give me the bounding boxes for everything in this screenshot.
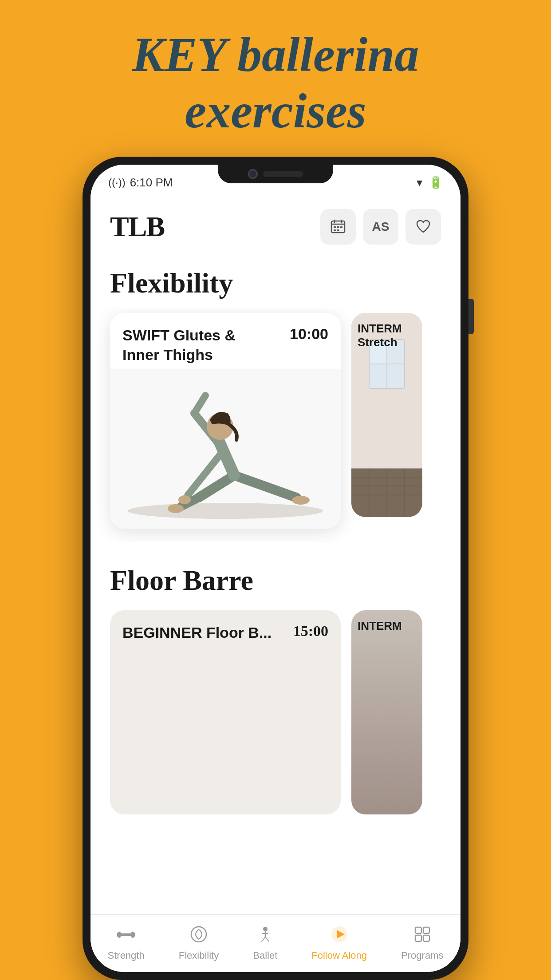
bottom-nav: Strength Flexibility bbox=[91, 914, 460, 972]
wifi-icon: ▾ bbox=[417, 176, 422, 190]
card-header: SWIFT Glutes & Inner Thighs 10:00 bbox=[110, 313, 341, 369]
top-nav: TLB AS bbox=[91, 200, 460, 253]
programs-icon bbox=[413, 925, 431, 947]
floor-barre-cards-row: BEGINNER Floor B... 15:00 INTERM bbox=[91, 606, 460, 819]
interm-stretch-card[interactable]: INTERM Stretch bbox=[351, 313, 422, 517]
ballet-icon bbox=[256, 925, 274, 947]
follow-along-label: Follow Along bbox=[311, 950, 367, 961]
flexibility-section-title: Flexibility bbox=[91, 253, 460, 308]
strength-label: Strength bbox=[108, 950, 145, 961]
interm-floor-label: INTERM bbox=[358, 619, 402, 633]
svg-point-40 bbox=[263, 927, 268, 931]
programs-label: Programs bbox=[401, 950, 443, 961]
svg-point-19 bbox=[178, 495, 191, 504]
svg-rect-8 bbox=[337, 229, 339, 231]
svg-point-14 bbox=[292, 496, 310, 505]
text-size-button[interactable]: AS bbox=[363, 209, 398, 245]
strength-icon bbox=[117, 925, 135, 947]
svg-line-10 bbox=[234, 475, 296, 498]
signal-icon: ((·)) bbox=[108, 176, 126, 189]
ballet-label: Ballet bbox=[253, 950, 277, 961]
nav-strength[interactable]: Strength bbox=[108, 925, 145, 961]
card-duration: 10:00 bbox=[290, 325, 328, 343]
partial-card-label: INTERM Stretch bbox=[358, 322, 422, 349]
card-image bbox=[110, 369, 341, 529]
nav-ballet[interactable]: Ballet bbox=[253, 925, 277, 961]
svg-rect-4 bbox=[334, 226, 336, 228]
floor-barre-section: Floor Barre BEGINNER Floor B... 15:00 bbox=[91, 542, 460, 819]
svg-line-42 bbox=[262, 937, 265, 941]
card-title: SWIFT Glutes & Inner Thighs bbox=[122, 325, 247, 364]
flexibility-cards-row: SWIFT Glutes & Inner Thighs 10:00 bbox=[91, 308, 460, 542]
status-left: ((·)) 6:10 PM bbox=[108, 176, 173, 190]
status-bar: ((·)) 6:10 PM ▾ 🔋 bbox=[91, 165, 460, 200]
svg-rect-7 bbox=[334, 229, 336, 231]
calendar-button[interactable] bbox=[320, 209, 356, 245]
svg-line-17 bbox=[194, 395, 205, 413]
status-right: ▾ 🔋 bbox=[417, 176, 443, 190]
header-text: KEY ballerina exercises bbox=[132, 27, 419, 139]
beginner-floor-card[interactable]: BEGINNER Floor B... 15:00 bbox=[110, 610, 341, 814]
app-logo: TLB bbox=[110, 210, 164, 243]
as-label: AS bbox=[372, 220, 390, 234]
svg-rect-49 bbox=[415, 935, 421, 941]
phone-screen: ((·)) 6:10 PM ▾ 🔋 TLB bbox=[91, 165, 460, 972]
battery-icon: 🔋 bbox=[429, 176, 443, 190]
app-content: Flexibility SWIFT Glutes & Inner Thighs … bbox=[91, 253, 460, 914]
svg-rect-38 bbox=[133, 933, 135, 937]
nav-programs[interactable]: Programs bbox=[401, 925, 443, 961]
nav-buttons: AS bbox=[320, 209, 441, 245]
svg-point-13 bbox=[168, 504, 184, 513]
svg-rect-6 bbox=[340, 226, 342, 228]
nav-follow-along[interactable]: Follow Along bbox=[311, 925, 367, 961]
time-display: 6:10 PM bbox=[130, 176, 173, 190]
svg-rect-34 bbox=[120, 933, 132, 936]
swift-glutes-card[interactable]: SWIFT Glutes & Inner Thighs 10:00 bbox=[110, 313, 341, 529]
svg-rect-50 bbox=[423, 935, 429, 941]
beginner-card-duration: 15:00 bbox=[293, 623, 328, 640]
phone-shell: ((·)) 6:10 PM ▾ 🔋 TLB bbox=[83, 157, 468, 980]
notch bbox=[218, 165, 333, 183]
favorites-button[interactable] bbox=[405, 209, 441, 245]
svg-rect-47 bbox=[415, 927, 421, 933]
page-header: KEY ballerina exercises bbox=[97, 0, 455, 157]
svg-rect-48 bbox=[423, 927, 429, 933]
svg-line-43 bbox=[265, 937, 269, 941]
flexibility-icon bbox=[190, 925, 208, 947]
beginner-card-title: BEGINNER Floor B... bbox=[122, 623, 272, 642]
floor-barre-title: Floor Barre bbox=[91, 551, 460, 606]
flexibility-nav-label: Flexibility bbox=[179, 950, 219, 961]
speaker-grille bbox=[263, 171, 303, 177]
camera-dot bbox=[248, 169, 258, 179]
nav-flexibility[interactable]: Flexibility bbox=[179, 925, 219, 961]
bottom-card-header: BEGINNER Floor B... 15:00 bbox=[110, 610, 341, 647]
interm-floor-card[interactable]: INTERM bbox=[351, 610, 422, 814]
follow-along-icon bbox=[331, 925, 348, 947]
svg-rect-5 bbox=[337, 226, 339, 228]
svg-point-9 bbox=[128, 503, 323, 519]
svg-rect-37 bbox=[117, 933, 119, 937]
